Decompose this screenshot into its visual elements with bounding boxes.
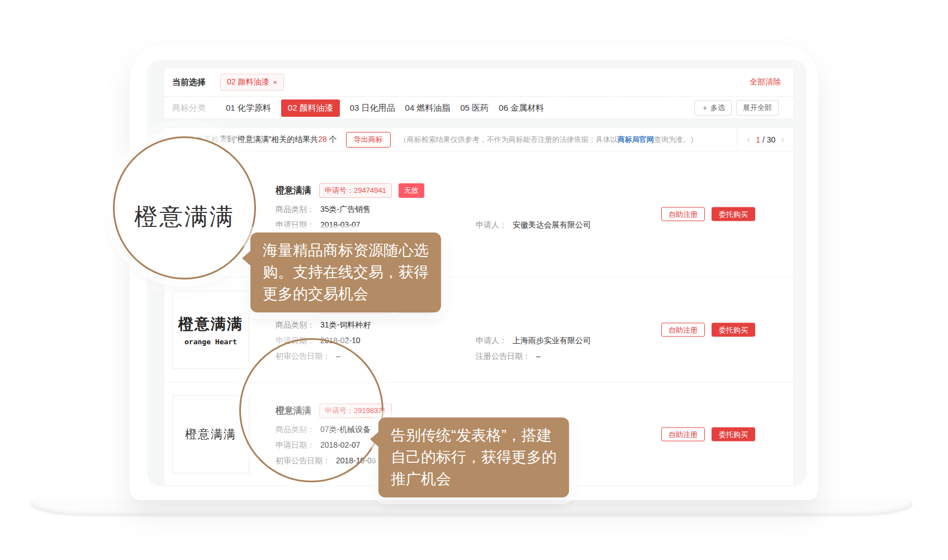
tooltip2-line2: 自己的标行，获得更多的 — [391, 447, 557, 468]
self-register-button[interactable]: 自助注册 — [661, 428, 705, 442]
tooltip1-line1: 海量精品商标资源随心选 — [263, 240, 429, 262]
trademark-image-2[interactable]: 橙意满满 orange Heart — [172, 291, 249, 369]
reg-notice-value: – — [536, 352, 541, 360]
trademark-office-link[interactable]: 商标局官网 — [618, 135, 654, 144]
tooltip1-line2: 购。支持在线交易，获得 — [263, 262, 429, 283]
pagination: ‹ 1 / 30 › — [737, 128, 793, 151]
magnifier-circle-2 — [239, 338, 383, 482]
applicant-value: 安徽美达会展有限公司 — [513, 220, 591, 229]
category-value: 31类-饲料种籽 — [320, 320, 371, 329]
tooltip-arrow-icon — [370, 431, 379, 447]
multi-select-button[interactable]: ＋ 多选 — [694, 100, 732, 116]
entrust-buy-button[interactable]: 委托购买 — [712, 428, 755, 442]
apply-date-label: 申请日期： — [276, 220, 315, 229]
category-item-04[interactable]: 04 燃料油脂 — [405, 103, 451, 113]
category-row-label: 商标分类 — [172, 103, 206, 113]
page-indicator: 1 / 30 — [756, 135, 775, 144]
application-number-tag: 申请号：29474941 — [319, 183, 392, 198]
next-page-icon[interactable]: › — [781, 135, 784, 144]
results-summary-suffix: 个 — [327, 135, 337, 144]
applicant-value: 上海雨步实业有限公司 — [513, 336, 591, 345]
entrust-buy-button[interactable]: 委托购买 — [712, 207, 755, 221]
disclaimer-post: 查询为准。） — [654, 135, 698, 144]
page: 当前选择 02 颜料油漆 × 全部清除 商标分类 01 化学原料 02 颜料油漆… — [0, 0, 948, 560]
category-item-03[interactable]: 03 日化用品 — [350, 103, 395, 113]
self-register-button[interactable]: 自助注册 — [661, 323, 705, 337]
category-item-06[interactable]: 06 金属材料 — [499, 103, 544, 113]
trademark-image-text: 橙意满满 — [185, 426, 236, 442]
current-selection-label: 当前选择 — [172, 77, 206, 88]
clear-all-link[interactable]: 全部清除 — [750, 77, 781, 87]
applicant-label: 申请人： — [476, 336, 507, 345]
chip-close-icon[interactable]: × — [273, 78, 277, 87]
callout-tooltip-2: 告别传统“发表格”，搭建 自己的标行，获得更多的 推广机会 — [378, 417, 569, 497]
category-row: 商标分类 01 化学原料 02 颜料油漆 03 日化用品 04 燃料油脂 05 … — [164, 96, 793, 119]
tooltip2-line1: 告别传统“发表格”，搭建 — [391, 425, 557, 447]
expand-all-button[interactable]: 展开全部 — [736, 100, 779, 116]
category-item-02-active[interactable]: 02 颜料油漆 — [281, 99, 340, 117]
applicant-label: 申请人： — [476, 220, 507, 229]
prev-page-icon[interactable]: ‹ — [747, 135, 751, 144]
export-trademark-button[interactable]: 导出商标 — [346, 132, 391, 148]
apply-date-value: 2018-03-07 — [320, 220, 361, 229]
category-label: 商品类别： — [276, 205, 315, 213]
results-header: 当前分类下检索到“橙意满满”相关的结果共28 个 导出商标 （商标检索结果仅供参… — [164, 128, 793, 151]
magnified-trademark-text: 橙意满满 — [134, 201, 235, 232]
category-item-05[interactable]: 05 医药 — [460, 103, 489, 113]
page-separator: / — [762, 135, 765, 144]
trademark-image-text: 橙意满满 — [178, 314, 243, 334]
reg-notice-label: 注册公告日期： — [476, 352, 530, 360]
current-page: 1 — [756, 135, 760, 144]
trademark-image-3[interactable]: 橙意满满 — [172, 395, 249, 473]
tooltip2-line3: 推广机会 — [391, 468, 557, 490]
magnifier-circle-1: 橙意满满 — [113, 136, 256, 279]
category-value: 35类-广告销售 — [320, 205, 371, 213]
disclaimer-pre: （商标检索结果仅供参考，不作为商标能否注册的法律依据；具体以 — [400, 135, 618, 144]
trademark-image-subtext: orange Heart — [184, 338, 237, 346]
app-no-value: 29474941 — [354, 186, 386, 194]
selected-filter-chip-label: 02 颜料油漆 — [227, 77, 269, 87]
callout-tooltip-1: 海量精品商标资源随心选 购。支持在线交易，获得 更多的交易机会 — [250, 232, 441, 312]
self-register-button[interactable]: 自助注册 — [661, 207, 705, 221]
tooltip1-line3: 更多的交易机会 — [263, 283, 429, 305]
entrust-buy-button[interactable]: 委托购买 — [712, 323, 755, 337]
trademark-name[interactable]: 橙意满满 — [276, 185, 311, 197]
filter-panel: 当前选择 02 颜料油漆 × 全部清除 商标分类 01 化学原料 02 颜料油漆… — [164, 68, 794, 119]
tooltip-arrow-icon — [242, 250, 251, 266]
status-badge-invalid: 无效 — [399, 183, 424, 198]
total-pages: 30 — [767, 135, 776, 144]
category-item-01[interactable]: 01 化学原料 — [226, 103, 271, 113]
results-disclaimer: （商标检索结果仅供参考，不作为商标能否注册的法律依据；具体以商标局官网查询为准。… — [400, 135, 698, 145]
selected-filter-chip[interactable]: 02 颜料油漆 × — [220, 74, 284, 91]
results-count: 28 — [318, 135, 327, 144]
current-selection-row: 当前选择 02 颜料油漆 × 全部清除 — [164, 68, 793, 96]
laptop-base — [31, 499, 913, 516]
category-label: 商品类别： — [276, 320, 315, 329]
app-no-label: 申请号： — [325, 186, 354, 194]
